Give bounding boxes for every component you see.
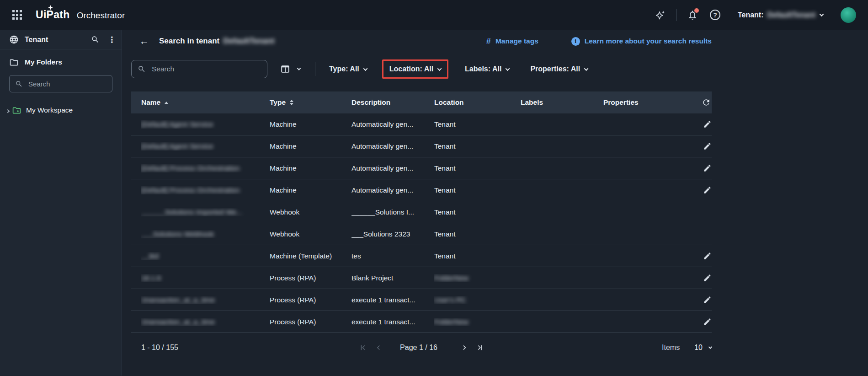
location-filter[interactable]: Location: All [389, 65, 441, 73]
search-icon [138, 65, 146, 73]
row-name[interactable]: 18.1.6 [141, 274, 161, 282]
column-header-name[interactable]: Name [141, 98, 270, 107]
row-description: ______Solutions I... [351, 208, 434, 216]
row-type: Machine [270, 142, 351, 150]
folder-icon [9, 58, 19, 67]
page-indicator: Page 1 / 16 [400, 344, 437, 352]
info-icon: i [571, 37, 580, 46]
row-type: Webhook [270, 230, 351, 238]
row-location: Tenant [434, 230, 456, 238]
table-header: Name Type Description Location Labels Pr… [131, 91, 712, 113]
labels-filter[interactable]: Labels: All [465, 65, 509, 73]
refresh-icon[interactable] [702, 98, 711, 107]
pagination: 1 - 10 / 155 Page 1 / 16 [131, 333, 712, 362]
column-header-type[interactable]: Type [270, 98, 351, 107]
search-input[interactable] [151, 64, 256, 74]
table-body: [Default] Agent Service Machine Automati… [131, 113, 712, 333]
items-per-page[interactable]: Items 10 [662, 344, 712, 352]
sidebar-search-icon[interactable] [91, 35, 100, 44]
notifications-bell-icon[interactable] [687, 10, 698, 21]
row-name[interactable]: [Default] Process Orchestration [141, 186, 240, 194]
results-table: Name Type Description Location Labels Pr… [131, 91, 712, 333]
row-type: Machine [270, 164, 351, 172]
table-row[interactable]: [Default] Process Orchestration Machine … [131, 157, 712, 179]
row-description: tes [351, 252, 434, 260]
sidebar-item-my-folders[interactable]: My Folders [0, 53, 122, 71]
learn-more-link[interactable]: i Learn more about your search results [571, 37, 712, 46]
column-chooser-button[interactable] [280, 64, 300, 74]
edit-pencil-icon[interactable] [703, 274, 712, 282]
table-row[interactable]: 18.1.6 Process (RPA) Blank Project Folde… [131, 267, 712, 289]
row-name[interactable]: __tkd [141, 252, 159, 260]
my-folders-label: My Folders [25, 58, 62, 66]
row-name[interactable]: [Default] Agent Service [141, 120, 213, 128]
chevron-down-icon [820, 12, 824, 16]
sidebar-item-my-workspace[interactable]: My Workspace [0, 102, 122, 119]
properties-filter[interactable]: Properties: All [530, 65, 588, 73]
prev-page-icon[interactable] [371, 344, 386, 352]
product-name: Orchestrator [77, 11, 125, 21]
row-name[interactable]: ______Solutions Imported We... [141, 208, 242, 216]
row-name[interactable]: 1transaction_at_a_time [141, 296, 215, 304]
edit-pencil-icon[interactable] [703, 120, 712, 129]
row-name[interactable]: [Default] Agent Service [141, 142, 213, 150]
search-box[interactable] [131, 60, 267, 78]
my-workspace-label: My Workspace [26, 106, 73, 114]
row-description: Automatically gen... [351, 142, 434, 150]
sidebar-menu-kebab-icon[interactable]: ⋮ [108, 36, 116, 44]
table-row[interactable]: [Default] Process Orchestration Machine … [131, 179, 712, 201]
search-tenant-name: DefaultTenant [223, 37, 274, 46]
table-row[interactable]: ______Solutions Imported We... Webhook _… [131, 201, 712, 223]
column-header-description: Description [351, 98, 434, 107]
edit-pencil-icon[interactable] [703, 252, 712, 260]
table-row[interactable]: __tkd Machine (Template) tes Tenant [131, 245, 712, 267]
row-name[interactable]: [Default] Process Orchestration [141, 164, 240, 172]
table-row[interactable]: [Default] Agent Service Machine Automati… [131, 113, 712, 135]
help-icon[interactable]: ? [710, 10, 720, 20]
first-page-icon[interactable] [355, 344, 371, 352]
logo-text: UiPath [36, 9, 70, 21]
manage-tags-link[interactable]: # Manage tags [486, 37, 538, 46]
edit-pencil-icon[interactable] [703, 142, 712, 150]
row-type: Process (RPA) [270, 296, 351, 304]
ai-sparkle-icon[interactable] [655, 9, 666, 21]
edit-pencil-icon[interactable] [703, 186, 712, 194]
user-avatar[interactable] [841, 7, 856, 23]
row-name[interactable]: 1transaction_at_a_time [141, 318, 215, 326]
notification-dot [694, 8, 699, 13]
row-description: Automatically gen... [351, 120, 434, 129]
filter-divider [315, 62, 315, 76]
brand-logo[interactable]: UiPath Orchestrator [36, 9, 125, 21]
row-type: Machine [270, 186, 351, 194]
app-launcher-icon[interactable] [12, 10, 22, 20]
table-row[interactable]: 1transaction_at_a_time Process (RPA) exe… [131, 289, 712, 311]
pagination-range: 1 - 10 / 155 [141, 344, 178, 352]
last-page-icon[interactable] [472, 344, 488, 352]
chevron-down-icon [584, 66, 589, 71]
row-location: User's PC [434, 296, 466, 304]
globe-icon [9, 35, 19, 44]
annotation-highlight-box: Location: All [382, 59, 448, 79]
table-row[interactable]: ___Solutions Webhook Webhook ___Solution… [131, 223, 712, 245]
edit-pencil-icon[interactable] [703, 317, 712, 326]
type-filter[interactable]: Type: All [329, 65, 367, 73]
row-name[interactable]: ___Solutions Webhook [141, 230, 214, 238]
edit-pencil-icon[interactable] [703, 164, 712, 172]
back-arrow-icon[interactable]: ← [138, 36, 151, 47]
row-location: Tenant [434, 208, 456, 216]
row-description: execute 1 transact... [351, 296, 434, 304]
sidebar-search-input[interactable] [27, 80, 96, 88]
sort-asc-icon [165, 102, 168, 104]
table-row[interactable]: [Default] Agent Service Machine Automati… [131, 135, 712, 157]
next-page-icon[interactable] [457, 344, 472, 352]
table-row[interactable]: 1transaction_at_a_time Process (RPA) exe… [131, 311, 712, 333]
chevron-down-icon [297, 66, 301, 70]
row-type: Machine (Template) [270, 252, 351, 260]
sidebar-search-box[interactable] [9, 75, 112, 92]
expand-chevron-icon[interactable] [4, 104, 12, 116]
row-description: execute 1 transact... [351, 318, 434, 326]
column-header-properties: Properties [603, 98, 692, 107]
search-icon [15, 80, 23, 88]
tenant-switcher[interactable]: Tenant: DefaultTenant [738, 11, 823, 19]
edit-pencil-icon[interactable] [703, 295, 712, 304]
